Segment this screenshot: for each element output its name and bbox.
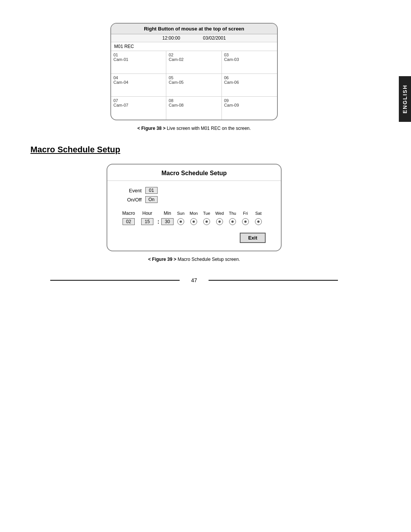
page-line-right [209, 280, 338, 281]
col-header-wed: Wed [213, 211, 226, 216]
cam-cell: 06Cam-06 [222, 74, 277, 97]
day-fri[interactable] [239, 218, 252, 225]
cam-cell: 03Cam-03 [222, 51, 277, 74]
onoff-label: On/Off [119, 197, 142, 203]
col-header-sun: Sun [174, 211, 187, 216]
col-header-mon: Mon [187, 211, 200, 216]
exit-row: Exit [119, 233, 269, 243]
figure39-title: Macro Schedule Setup [107, 165, 281, 181]
event-value[interactable]: 01 [145, 187, 158, 194]
figure38-caption: < Figure 38 > Live screen with M01 REC o… [30, 126, 358, 131]
exit-button[interactable]: Exit [240, 233, 266, 243]
cam-cell: 07Cam-07 [111, 97, 166, 120]
cam-cell: 08Cam-08 [166, 97, 221, 120]
figure39-box: Macro Schedule Setup Event 01 On/Off On … [107, 164, 282, 251]
onoff-value[interactable]: On [145, 196, 158, 203]
schedule-table: Macro Hour Min Sun Mon Tue Wed Thu Fri S… [119, 211, 269, 225]
figure38-box: Right Button of mouse at the top of scre… [110, 23, 278, 120]
schedule-header-row: Macro Hour Min Sun Mon Tue Wed Thu Fri S… [119, 211, 269, 216]
schedule-macro-value[interactable]: 02 [123, 218, 135, 225]
col-header-fri: Fri [239, 211, 252, 216]
col-header-sat: Sat [252, 211, 265, 216]
cam-cell: 09Cam-09 [222, 97, 277, 120]
cam-cell: 05Cam-05 [166, 74, 221, 97]
col-header-hour: Hour [139, 211, 156, 216]
figure38-subheader: 12:00:00 03/02/2001 [111, 34, 277, 42]
schedule-hour-value[interactable]: 15 [141, 218, 153, 225]
figure38-header: Right Button of mouse at the top of scre… [111, 24, 277, 34]
figure39-caption: < Figure 39 > Macro Schedule Setup scree… [30, 257, 358, 262]
time-separator: : [156, 219, 161, 225]
day-sat[interactable] [252, 218, 265, 225]
col-header-min: Min [161, 211, 174, 216]
cam-cell: 04Cam-04 [111, 74, 166, 97]
onoff-row: On/Off On [119, 196, 269, 203]
figure39-body: Event 01 On/Off On Macro Hour Min Sun Mo… [107, 187, 281, 243]
event-label: Event [119, 188, 142, 193]
day-tue[interactable] [200, 218, 213, 225]
col-header-thu: Thu [226, 211, 239, 216]
figure38-m01rec: M01 REC [111, 42, 277, 51]
day-thu[interactable] [226, 218, 239, 225]
col-header-macro: Macro [119, 211, 139, 216]
day-sun[interactable] [174, 218, 187, 225]
event-row: Event 01 [119, 187, 269, 194]
cam-cell: 01Cam-01 [111, 51, 166, 74]
figure38-date: 03/02/2001 [203, 35, 226, 41]
page-number-row: 47 [30, 277, 358, 283]
page-line-left [50, 280, 180, 281]
schedule-data-row: 02 15 : 30 [119, 218, 269, 225]
cam-cell: 02Cam-02 [166, 51, 221, 74]
figure38-time: 12:00:00 [162, 35, 180, 41]
figure38-cam-grid: 01Cam-0102Cam-0203Cam-0304Cam-0405Cam-05… [111, 51, 277, 120]
section-heading-macro: Macro Schedule Setup [30, 145, 358, 155]
english-language-tab: ENGLISH [399, 76, 411, 122]
col-header-tue: Tue [200, 211, 213, 216]
day-wed[interactable] [213, 218, 226, 225]
day-mon[interactable] [187, 218, 200, 225]
schedule-min-value[interactable]: 30 [161, 218, 174, 225]
page-number: 47 [191, 277, 197, 283]
